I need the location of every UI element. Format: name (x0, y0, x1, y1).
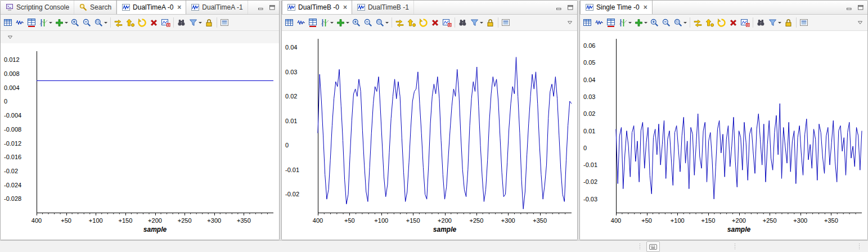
maximize-icon[interactable] (565, 2, 575, 12)
waveform-icon (191, 3, 200, 12)
view-menu-button[interactable] (4, 31, 16, 43)
svg-text:+150: +150 (701, 217, 715, 224)
sync-refresh-icon (693, 18, 703, 28)
toolbar-button-sync-all[interactable] (136, 16, 148, 29)
tab-close-icon[interactable]: × (644, 4, 647, 11)
toolbar-button-zoom-select[interactable] (93, 16, 109, 29)
toolbar-button-center-waveform[interactable] (14, 16, 26, 29)
tab-dualtimeb-0[interactable]: DualTimeB -0× (282, 1, 352, 14)
tab-close-icon[interactable]: × (177, 4, 181, 11)
toolbar-separator (110, 17, 111, 28)
view-menu-button[interactable] (854, 16, 866, 29)
zoom-out-icon (662, 18, 671, 28)
toolbar-button-find[interactable] (457, 16, 469, 29)
graph-properties-icon (285, 18, 294, 28)
view-panel-middle: DualTimeB -0×DualTimeB -10.040.030.020.0… (281, 0, 578, 240)
svg-text:-0.02: -0.02 (285, 191, 299, 197)
maximize-icon[interactable] (856, 2, 866, 12)
toolbar-button-export-chart[interactable] (160, 16, 172, 29)
svg-text:sample: sample (143, 226, 167, 233)
tab-single-time-0[interactable]: Single Time -0× (580, 1, 653, 14)
toolbar-button-center-waveform[interactable] (295, 16, 307, 29)
svg-text:0.012: 0.012 (4, 56, 20, 63)
tab-dualtimea-0[interactable]: DualTimeA -0× (116, 1, 186, 14)
toolbar-button-center-waveform[interactable] (593, 16, 605, 29)
toolbar-button-zoom-in[interactable] (69, 16, 81, 29)
toolbar-button-export-chart[interactable] (441, 16, 453, 29)
editor-panels: Scripting ConsoleSearchDualTimeA -0×Dual… (0, 0, 868, 240)
toolbar-button-lock[interactable] (782, 16, 794, 29)
minimize-icon[interactable] (554, 2, 564, 12)
chart-canvas[interactable]: 0.060.050.040.030.020.010-0.01-0.02-0.03… (580, 31, 867, 240)
tab-bar: Scripting ConsoleSearchDualTimeA -0×Dual… (1, 1, 279, 15)
toolbar-button-sync-refresh[interactable] (692, 16, 704, 29)
toolbar-button-add-trace[interactable] (335, 16, 350, 29)
toolbar-button-add-trace[interactable] (53, 16, 69, 29)
tab-dualtimeb-1[interactable]: DualTimeB -1 (352, 1, 414, 14)
view-menu-chevron-icon (565, 18, 574, 28)
toolbar-button-data-table[interactable] (26, 16, 38, 29)
toolbar-button-clear[interactable] (148, 16, 160, 29)
toolbar-button-sync-refresh[interactable] (113, 16, 124, 29)
toolbar-button-sync-forward[interactable] (406, 16, 417, 29)
minimize-icon[interactable] (256, 2, 266, 12)
tab-scripting-console[interactable]: Scripting Console (1, 1, 74, 14)
toolbar-button-zoom-in[interactable] (350, 16, 362, 29)
graph-properties-icon (3, 18, 13, 28)
toolbar-button-zoom-in[interactable] (649, 16, 660, 29)
maximize-icon[interactable] (267, 2, 277, 12)
toolbar-button-data-table[interactable] (307, 16, 319, 29)
svg-text:+350: +350 (237, 217, 251, 224)
toolbar-button-export-chart[interactable] (739, 16, 751, 29)
tab-close-icon[interactable]: × (343, 4, 347, 11)
toolbar-button-cursor-mode[interactable] (319, 16, 335, 29)
toolbar-button-data-table[interactable] (605, 16, 617, 29)
toolbar-button-zoom-out[interactable] (660, 16, 672, 29)
toolbar-button-sync-all[interactable] (417, 16, 429, 29)
toolbar-button-clear[interactable] (727, 16, 739, 29)
view-panel-left: Scripting ConsoleSearchDualTimeA -0×Dual… (0, 0, 280, 240)
tab-label: Single Time -0 (596, 3, 640, 11)
svg-text:0.05: 0.05 (583, 59, 595, 66)
toolbar-button-graph-properties[interactable] (2, 16, 14, 29)
tab-search[interactable]: Search (74, 1, 116, 14)
toolbar-button-find[interactable] (755, 16, 767, 29)
toolbar-button-graph-properties[interactable] (582, 16, 593, 29)
toolbar-button-filter[interactable] (767, 16, 782, 29)
toolbar-button-zoom-out[interactable] (81, 16, 93, 29)
toolbar-button-lock[interactable] (484, 16, 496, 29)
toolbar-button-sync-all[interactable] (716, 16, 727, 29)
svg-text:0.008: 0.008 (4, 70, 20, 77)
toolbar-button-zoom-select[interactable] (672, 16, 688, 29)
zoom-in-icon (650, 18, 659, 28)
toolbar-button-sync-forward[interactable] (704, 16, 716, 29)
toolbar-button-list-view[interactable] (500, 16, 512, 29)
search-flashlight-icon (79, 3, 88, 12)
toolbar-button-list-view[interactable] (798, 16, 810, 29)
toolbar-button-add-trace[interactable] (633, 16, 649, 29)
toolbar-button-lock[interactable] (203, 16, 215, 29)
toolbar-button-cursor-mode[interactable] (617, 16, 633, 29)
toolbar-button-sync-forward[interactable] (124, 16, 136, 29)
toolbar-button-sync-refresh[interactable] (394, 16, 406, 29)
toolbar-button-find[interactable] (176, 16, 187, 29)
toolbar-button-filter[interactable] (187, 16, 203, 29)
toolbar-button-list-view[interactable] (219, 16, 231, 29)
toolbar-button-cursor-mode[interactable] (38, 16, 53, 29)
chart-canvas[interactable]: 0.0120.0080.0040-0.004-0.008-0.012-0.016… (1, 43, 279, 240)
toolbar-button-zoom-out[interactable] (362, 16, 374, 29)
minimize-icon[interactable] (844, 2, 854, 12)
find-icon (177, 18, 186, 28)
toolbar-button-filter[interactable] (469, 16, 484, 29)
view-panel-right: Single Time -0×0.060.050.040.030.020.010… (579, 0, 868, 240)
toolbar-button-graph-properties[interactable] (284, 16, 295, 29)
toolbar-button-clear[interactable] (429, 16, 441, 29)
waveform-icon (287, 3, 296, 12)
view-menu-button[interactable] (564, 16, 575, 29)
chart-canvas[interactable]: 0.040.030.020.010-0.01-0.02400+50+100+15… (282, 31, 577, 240)
svg-text:-0.012: -0.012 (4, 140, 21, 147)
toolbar-button-zoom-select[interactable] (374, 16, 390, 29)
tab-dualtimea-1[interactable]: DualTimeA -1 (186, 1, 248, 14)
status-input-mode-button[interactable] (646, 241, 660, 252)
svg-text:0: 0 (285, 142, 289, 148)
